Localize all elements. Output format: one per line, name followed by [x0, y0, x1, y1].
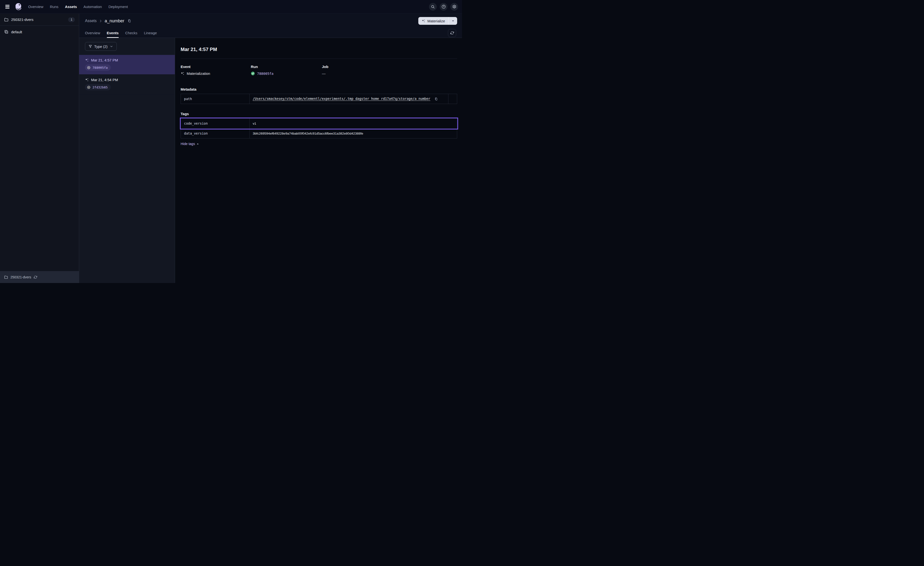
help-button[interactable]: [440, 3, 447, 11]
refresh-icon: [450, 31, 454, 35]
nav-overview[interactable]: Overview: [28, 5, 44, 9]
nav-automation[interactable]: Automation: [84, 5, 102, 9]
folder-icon: [4, 18, 9, 22]
materialize-dropdown-button[interactable]: [448, 17, 457, 25]
primary-nav: Overview Runs Assets Automation Deployme…: [28, 5, 128, 9]
copy-path-button[interactable]: [434, 97, 438, 101]
tag-row-data-version: data_version 3bfc269594ef649228e9a74bab0…: [181, 128, 457, 138]
metadata-title: Metadata: [181, 87, 457, 91]
materialize-split-button: Materialize: [418, 17, 457, 25]
job-column-label: Job: [322, 65, 457, 69]
event-timestamp-row: Mar 21, 4:57 PM: [85, 58, 169, 62]
copy-icon: [128, 19, 131, 23]
search-icon: [431, 5, 435, 9]
materialization-sparkle-icon: [181, 72, 184, 75]
sync-icon[interactable]: [34, 275, 37, 279]
tab-lineage[interactable]: Lineage: [144, 28, 157, 38]
event-detail-pane: Mar 21, 4:57 PM Event: [175, 38, 462, 283]
job-column: Job —: [322, 65, 457, 75]
copy-asset-name-button[interactable]: [127, 18, 132, 23]
tag-value: v1: [250, 119, 457, 128]
metadata-key: path: [181, 94, 250, 104]
asset-name: a_number: [105, 18, 124, 24]
run-column: Run 788005fa: [251, 65, 322, 75]
run-id-pill[interactable]: 788005fa: [85, 65, 111, 71]
type-filter-button[interactable]: Type (2): [85, 42, 117, 51]
metadata-path-link[interactable]: /Users/smackesey/stm/code/elementl/exper…: [253, 97, 430, 101]
events-body: Type (2): [79, 38, 462, 283]
asset-header: Assets a_number: [79, 14, 462, 38]
sparkle-icon: [422, 19, 425, 23]
chevron-down-icon: [110, 45, 113, 48]
asset-tabs: Overview Events Checks Lineage: [79, 28, 462, 38]
hamburger-menu-button[interactable]: [4, 3, 11, 11]
asset-count-badge: 1: [68, 17, 75, 22]
job-value: —: [322, 71, 326, 75]
breadcrumb: Assets a_number: [79, 14, 462, 28]
dagster-octopus-logo: [14, 2, 23, 12]
tags-table: code_version v1 data_version 3bfc269594e…: [181, 118, 457, 138]
materialization-sparkle-icon: [85, 58, 89, 62]
event-list-item-selected[interactable]: Mar 21, 4:57 PM 788005fa: [79, 55, 175, 75]
funnel-icon: [88, 45, 92, 48]
metadata-row-gutter: [448, 94, 457, 104]
search-button[interactable]: [429, 3, 437, 11]
tag-key: code_version: [181, 119, 250, 128]
metadata-row-path: path /Users/smackesey/stm/code/elementl/…: [181, 94, 457, 104]
nav-assets[interactable]: Assets: [65, 5, 77, 9]
materialization-sparkle-icon: [85, 78, 89, 82]
tag-row-code-version-highlighted: code_version v1: [181, 119, 457, 128]
tag-value: 3bfc269594ef649228e9a74bab00f042efc91d5a…: [250, 128, 457, 138]
event-timestamp-row: Mar 21, 4:54 PM: [85, 78, 169, 82]
event-type-value: Materialization: [187, 71, 210, 75]
metadata-section: Metadata path /Users/smackesey/stm/code/…: [181, 87, 457, 104]
run-id-link[interactable]: 788005fa: [257, 72, 273, 75]
group-label: default: [11, 30, 22, 34]
nav-runs[interactable]: Runs: [50, 5, 58, 9]
run-id-pill[interactable]: 2fd32b85: [85, 84, 111, 90]
breadcrumb-assets-link[interactable]: Assets: [85, 19, 97, 23]
event-list-item[interactable]: Mar 21, 4:54 PM 2fd32b85: [79, 75, 175, 94]
materialize-label: Materialize: [427, 19, 445, 23]
top-nav: Overview Runs Assets Automation Deployme…: [0, 0, 462, 14]
circle-dot-icon: [87, 86, 90, 89]
sidebar-item-default-group[interactable]: default: [0, 26, 79, 38]
event-list-panel: Type (2): [79, 38, 175, 283]
tag-key: data_version: [181, 128, 250, 138]
hide-tags-link[interactable]: Hide tags: [181, 142, 199, 146]
copy-icon: [434, 97, 438, 101]
footer-location-label: 250321-dvers: [10, 275, 32, 279]
event-column: Event Materialization: [181, 65, 251, 75]
gear-icon: [452, 5, 456, 9]
event-timestamp: Mar 21, 4:57 PM: [91, 58, 118, 62]
settings-button[interactable]: [450, 3, 458, 11]
tab-checks[interactable]: Checks: [125, 28, 137, 38]
run-id-text: 788005fa: [93, 66, 108, 69]
help-circle-icon: [442, 5, 446, 9]
nav-deployment[interactable]: Deployment: [108, 5, 128, 9]
tab-overview[interactable]: Overview: [85, 28, 100, 38]
check-circle-icon: [251, 71, 255, 75]
chevron-right-icon: [99, 19, 102, 23]
metadata-table: path /Users/smackesey/stm/code/elementl/…: [181, 94, 457, 104]
sidebar: 250321-dvers 1 default: [0, 14, 79, 283]
main-row: 250321-dvers 1 default: [0, 14, 462, 283]
event-detail-heading: Mar 21, 4:57 PM: [181, 47, 457, 52]
tags-title: Tags: [181, 112, 457, 116]
dagster-logo[interactable]: [14, 2, 23, 12]
materialize-button[interactable]: Materialize: [418, 17, 448, 25]
divider: [181, 59, 457, 59]
tab-events[interactable]: Events: [107, 28, 119, 38]
event-timestamp: Mar 21, 4:54 PM: [91, 78, 118, 82]
app-root: Overview Runs Assets Automation Deployme…: [0, 0, 462, 283]
caret-down-icon: [452, 19, 455, 23]
tags-section: Tags code_version v1 data_version 3bfc26…: [181, 112, 457, 146]
type-filter-label: Type (2): [94, 44, 108, 48]
run-id-text: 2fd32b85: [93, 86, 108, 89]
filter-row: Type (2): [79, 38, 175, 55]
triangle-up-icon: [196, 143, 199, 145]
code-location-label: 250321-dvers: [11, 18, 33, 22]
sidebar-footer[interactable]: 250321-dvers: [0, 271, 79, 283]
sidebar-item-code-location[interactable]: 250321-dvers 1: [0, 14, 79, 26]
refresh-button[interactable]: [448, 29, 456, 37]
